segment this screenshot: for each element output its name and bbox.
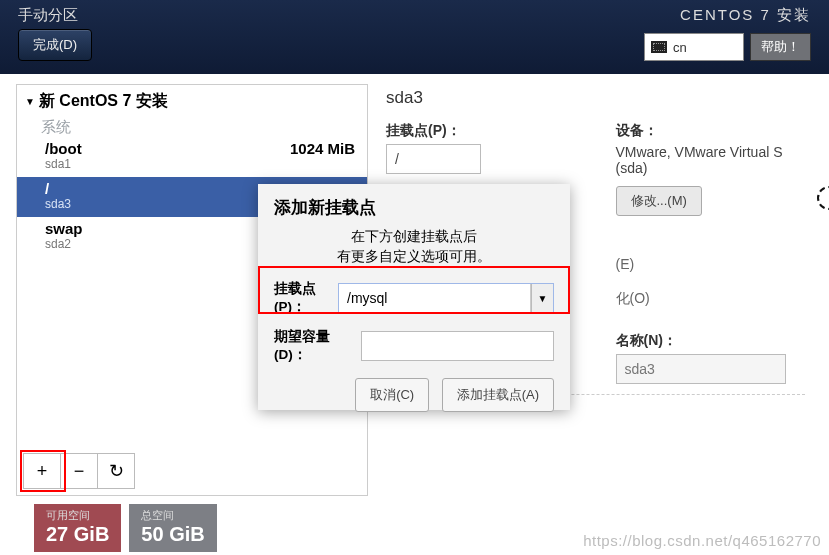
top-bar-right: CENTOS 7 安装 cn 帮助！ — [644, 6, 811, 74]
dialog-msg-line1: 在下方创建挂载点后 — [351, 228, 477, 244]
reload-button[interactable]: ↻ — [97, 453, 135, 489]
available-value: 27 GiB — [46, 523, 109, 546]
mountpoint-combo-input[interactable] — [339, 284, 531, 312]
install-label: 新 CentOS 7 安装 — [39, 91, 168, 112]
device-label: sda1 — [45, 157, 82, 171]
device-value: VMware, VMware Virtual S (sda) — [616, 144, 806, 176]
add-partition-button[interactable]: + — [23, 453, 61, 489]
help-button[interactable]: 帮助！ — [750, 33, 811, 61]
format-suffix: 化(O) — [616, 290, 650, 306]
encrypt-suffix: (E) — [616, 256, 635, 272]
capacity-field-label: 期望容量(D)： — [274, 328, 361, 364]
capacity-input[interactable] — [361, 331, 554, 361]
space-summary: 可用空间 27 GiB 总空间 50 GiB — [34, 504, 217, 552]
plus-icon: + — [37, 461, 48, 482]
mountpoint-field-row: 挂载点(P)： ▼ — [274, 280, 554, 316]
system-subheader: 系统 — [17, 118, 367, 137]
done-button[interactable]: 完成(D) — [18, 29, 92, 61]
language-row: cn 帮助！ — [644, 33, 811, 61]
total-value: 50 GiB — [141, 523, 204, 546]
capacity-field-row: 期望容量(D)： — [274, 328, 554, 364]
reload-icon: ↻ — [109, 460, 124, 482]
install-section-header[interactable]: ▼ 新 CentOS 7 安装 — [17, 85, 367, 118]
device-label: sda2 — [45, 237, 83, 251]
chevron-down-icon: ▼ — [25, 96, 35, 107]
device-heading: 设备： — [616, 122, 806, 140]
name-heading: 名称(N)： — [616, 332, 806, 350]
mount-point-label: / — [45, 180, 49, 197]
modify-button[interactable]: 修改...(M) — [616, 186, 702, 216]
installer-title: CENTOS 7 安装 — [644, 6, 811, 25]
available-space-card: 可用空间 27 GiB — [34, 504, 121, 552]
dialog-actions: 取消(C) 添加挂载点(A) — [274, 378, 554, 412]
keyboard-layout-selector[interactable]: cn — [644, 33, 744, 61]
mount-point-label: 挂载点(P)： — [386, 122, 576, 140]
page-title: 手动分区 — [18, 6, 92, 25]
mount-item-boot[interactable]: /boot sda1 1024 MiB — [17, 137, 367, 177]
mountpoint-combo[interactable]: ▼ — [338, 283, 554, 313]
total-space-card: 总空间 50 GiB — [129, 504, 216, 552]
top-bar-left: 手动分区 完成(D) — [18, 6, 92, 74]
minus-icon: − — [74, 461, 85, 482]
add-mountpoint-dialog: 添加新挂载点 在下方创建挂载点后 有更多自定义选项可用。 挂载点(P)： ▼ 期… — [258, 184, 570, 410]
lang-code: cn — [673, 40, 687, 55]
size-label: 1024 MiB — [290, 140, 355, 157]
remove-partition-button[interactable]: − — [60, 453, 98, 489]
selected-device-title: sda3 — [386, 88, 805, 108]
mountpoint-field-label: 挂载点(P)： — [274, 280, 338, 316]
mount-point-input[interactable] — [386, 144, 481, 174]
top-bar: 手动分区 完成(D) CENTOS 7 安装 cn 帮助！ — [0, 0, 829, 74]
dialog-msg-line2: 有更多自定义选项可用。 — [337, 248, 491, 264]
device-label: sda3 — [45, 197, 71, 211]
total-label: 总空间 — [141, 508, 204, 523]
mount-point-label: /boot — [45, 140, 82, 157]
keyboard-icon — [651, 41, 667, 53]
chevron-down-icon[interactable]: ▼ — [531, 284, 553, 312]
cancel-button[interactable]: 取消(C) — [355, 378, 429, 412]
watermark: https://blog.csdn.net/q465162770 — [583, 532, 821, 549]
dialog-title: 添加新挂载点 — [274, 196, 554, 219]
name-input[interactable] — [616, 354, 786, 384]
mount-point-label: swap — [45, 220, 83, 237]
add-mountpoint-button[interactable]: 添加挂载点(A) — [442, 378, 554, 412]
partition-toolbar: + − ↻ — [23, 453, 134, 489]
dialog-message: 在下方创建挂载点后 有更多自定义选项可用。 — [274, 227, 554, 266]
available-label: 可用空间 — [46, 508, 109, 523]
